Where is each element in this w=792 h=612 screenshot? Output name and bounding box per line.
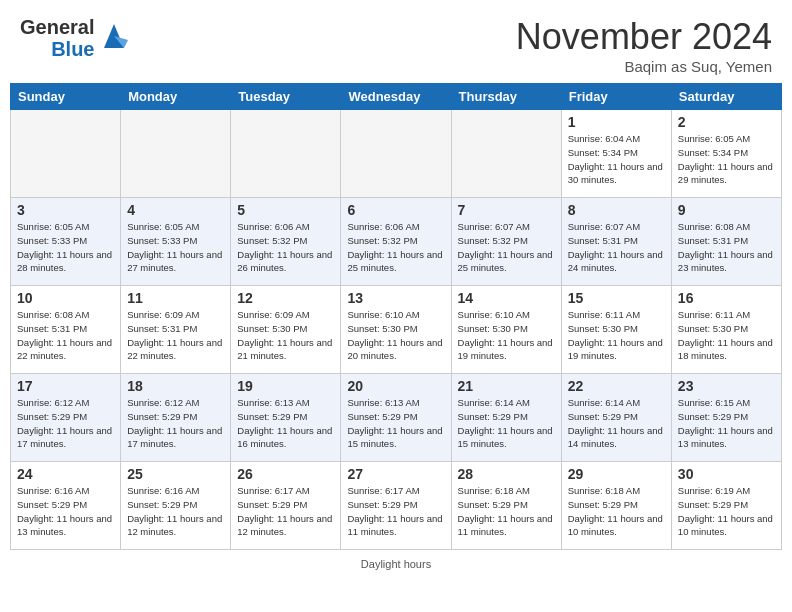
- day-number: 3: [17, 202, 114, 218]
- day-number: 17: [17, 378, 114, 394]
- table-row: 6Sunrise: 6:06 AM Sunset: 5:32 PM Daylig…: [341, 198, 451, 286]
- day-number: 28: [458, 466, 555, 482]
- table-row: 15Sunrise: 6:11 AM Sunset: 5:30 PM Dayli…: [561, 286, 671, 374]
- table-row: 7Sunrise: 6:07 AM Sunset: 5:32 PM Daylig…: [451, 198, 561, 286]
- day-number: 29: [568, 466, 665, 482]
- day-number: 15: [568, 290, 665, 306]
- day-number: 26: [237, 466, 334, 482]
- cell-info: Sunrise: 6:07 AM Sunset: 5:32 PM Dayligh…: [458, 220, 555, 275]
- cell-info: Sunrise: 6:12 AM Sunset: 5:29 PM Dayligh…: [127, 396, 224, 451]
- table-row: 23Sunrise: 6:15 AM Sunset: 5:29 PM Dayli…: [671, 374, 781, 462]
- table-row: [231, 110, 341, 198]
- day-number: 9: [678, 202, 775, 218]
- header-saturday: Saturday: [671, 84, 781, 110]
- day-number: 7: [458, 202, 555, 218]
- cell-info: Sunrise: 6:05 AM Sunset: 5:34 PM Dayligh…: [678, 132, 775, 187]
- day-number: 5: [237, 202, 334, 218]
- cell-info: Sunrise: 6:07 AM Sunset: 5:31 PM Dayligh…: [568, 220, 665, 275]
- cell-info: Sunrise: 6:14 AM Sunset: 5:29 PM Dayligh…: [568, 396, 665, 451]
- cell-info: Sunrise: 6:19 AM Sunset: 5:29 PM Dayligh…: [678, 484, 775, 539]
- table-row: 10Sunrise: 6:08 AM Sunset: 5:31 PM Dayli…: [11, 286, 121, 374]
- table-row: 28Sunrise: 6:18 AM Sunset: 5:29 PM Dayli…: [451, 462, 561, 550]
- calendar-week-row: 24Sunrise: 6:16 AM Sunset: 5:29 PM Dayli…: [11, 462, 782, 550]
- day-number: 25: [127, 466, 224, 482]
- day-number: 2: [678, 114, 775, 130]
- header-monday: Monday: [121, 84, 231, 110]
- table-row: 8Sunrise: 6:07 AM Sunset: 5:31 PM Daylig…: [561, 198, 671, 286]
- day-number: 1: [568, 114, 665, 130]
- cell-info: Sunrise: 6:14 AM Sunset: 5:29 PM Dayligh…: [458, 396, 555, 451]
- logo-general: General: [20, 16, 94, 38]
- cell-info: Sunrise: 6:04 AM Sunset: 5:34 PM Dayligh…: [568, 132, 665, 187]
- page-header: General Blue November 2024 Baqim as Suq,…: [0, 0, 792, 83]
- cell-info: Sunrise: 6:09 AM Sunset: 5:31 PM Dayligh…: [127, 308, 224, 363]
- location: Baqim as Suq, Yemen: [516, 58, 772, 75]
- header-friday: Friday: [561, 84, 671, 110]
- day-number: 30: [678, 466, 775, 482]
- table-row: 1Sunrise: 6:04 AM Sunset: 5:34 PM Daylig…: [561, 110, 671, 198]
- table-row: 26Sunrise: 6:17 AM Sunset: 5:29 PM Dayli…: [231, 462, 341, 550]
- header-sunday: Sunday: [11, 84, 121, 110]
- logo: General Blue: [20, 16, 128, 60]
- header-tuesday: Tuesday: [231, 84, 341, 110]
- table-row: 14Sunrise: 6:10 AM Sunset: 5:30 PM Dayli…: [451, 286, 561, 374]
- table-row: 29Sunrise: 6:18 AM Sunset: 5:29 PM Dayli…: [561, 462, 671, 550]
- cell-info: Sunrise: 6:17 AM Sunset: 5:29 PM Dayligh…: [347, 484, 444, 539]
- cell-info: Sunrise: 6:11 AM Sunset: 5:30 PM Dayligh…: [568, 308, 665, 363]
- day-number: 10: [17, 290, 114, 306]
- table-row: 2Sunrise: 6:05 AM Sunset: 5:34 PM Daylig…: [671, 110, 781, 198]
- cell-info: Sunrise: 6:09 AM Sunset: 5:30 PM Dayligh…: [237, 308, 334, 363]
- day-number: 8: [568, 202, 665, 218]
- table-row: 12Sunrise: 6:09 AM Sunset: 5:30 PM Dayli…: [231, 286, 341, 374]
- table-row: 16Sunrise: 6:11 AM Sunset: 5:30 PM Dayli…: [671, 286, 781, 374]
- day-number: 21: [458, 378, 555, 394]
- table-row: 19Sunrise: 6:13 AM Sunset: 5:29 PM Dayli…: [231, 374, 341, 462]
- logo-blue: Blue: [51, 38, 94, 60]
- day-number: 19: [237, 378, 334, 394]
- header-wednesday: Wednesday: [341, 84, 451, 110]
- day-number: 16: [678, 290, 775, 306]
- day-number: 6: [347, 202, 444, 218]
- table-row: 5Sunrise: 6:06 AM Sunset: 5:32 PM Daylig…: [231, 198, 341, 286]
- title-section: November 2024 Baqim as Suq, Yemen: [516, 16, 772, 75]
- cell-info: Sunrise: 6:16 AM Sunset: 5:29 PM Dayligh…: [17, 484, 114, 539]
- day-number: 4: [127, 202, 224, 218]
- header-thursday: Thursday: [451, 84, 561, 110]
- cell-info: Sunrise: 6:11 AM Sunset: 5:30 PM Dayligh…: [678, 308, 775, 363]
- cell-info: Sunrise: 6:08 AM Sunset: 5:31 PM Dayligh…: [678, 220, 775, 275]
- day-number: 23: [678, 378, 775, 394]
- day-number: 11: [127, 290, 224, 306]
- table-row: 20Sunrise: 6:13 AM Sunset: 5:29 PM Dayli…: [341, 374, 451, 462]
- cell-info: Sunrise: 6:08 AM Sunset: 5:31 PM Dayligh…: [17, 308, 114, 363]
- cell-info: Sunrise: 6:05 AM Sunset: 5:33 PM Dayligh…: [127, 220, 224, 275]
- calendar-table: Sunday Monday Tuesday Wednesday Thursday…: [10, 83, 782, 550]
- table-row: 30Sunrise: 6:19 AM Sunset: 5:29 PM Dayli…: [671, 462, 781, 550]
- table-row: [11, 110, 121, 198]
- calendar-week-row: 1Sunrise: 6:04 AM Sunset: 5:34 PM Daylig…: [11, 110, 782, 198]
- cell-info: Sunrise: 6:12 AM Sunset: 5:29 PM Dayligh…: [17, 396, 114, 451]
- table-row: 27Sunrise: 6:17 AM Sunset: 5:29 PM Dayli…: [341, 462, 451, 550]
- table-row: 21Sunrise: 6:14 AM Sunset: 5:29 PM Dayli…: [451, 374, 561, 462]
- table-row: [451, 110, 561, 198]
- table-row: 4Sunrise: 6:05 AM Sunset: 5:33 PM Daylig…: [121, 198, 231, 286]
- month-title: November 2024: [516, 16, 772, 58]
- day-number: 13: [347, 290, 444, 306]
- table-row: 3Sunrise: 6:05 AM Sunset: 5:33 PM Daylig…: [11, 198, 121, 286]
- cell-info: Sunrise: 6:05 AM Sunset: 5:33 PM Dayligh…: [17, 220, 114, 275]
- table-row: 11Sunrise: 6:09 AM Sunset: 5:31 PM Dayli…: [121, 286, 231, 374]
- day-number: 22: [568, 378, 665, 394]
- table-row: 22Sunrise: 6:14 AM Sunset: 5:29 PM Dayli…: [561, 374, 671, 462]
- footer: Daylight hours: [0, 550, 792, 578]
- cell-info: Sunrise: 6:18 AM Sunset: 5:29 PM Dayligh…: [458, 484, 555, 539]
- cell-info: Sunrise: 6:16 AM Sunset: 5:29 PM Dayligh…: [127, 484, 224, 539]
- cell-info: Sunrise: 6:17 AM Sunset: 5:29 PM Dayligh…: [237, 484, 334, 539]
- day-number: 20: [347, 378, 444, 394]
- cell-info: Sunrise: 6:06 AM Sunset: 5:32 PM Dayligh…: [347, 220, 444, 275]
- cell-info: Sunrise: 6:06 AM Sunset: 5:32 PM Dayligh…: [237, 220, 334, 275]
- calendar-week-row: 10Sunrise: 6:08 AM Sunset: 5:31 PM Dayli…: [11, 286, 782, 374]
- day-number: 12: [237, 290, 334, 306]
- table-row: [341, 110, 451, 198]
- table-row: 18Sunrise: 6:12 AM Sunset: 5:29 PM Dayli…: [121, 374, 231, 462]
- table-row: 24Sunrise: 6:16 AM Sunset: 5:29 PM Dayli…: [11, 462, 121, 550]
- cell-info: Sunrise: 6:15 AM Sunset: 5:29 PM Dayligh…: [678, 396, 775, 451]
